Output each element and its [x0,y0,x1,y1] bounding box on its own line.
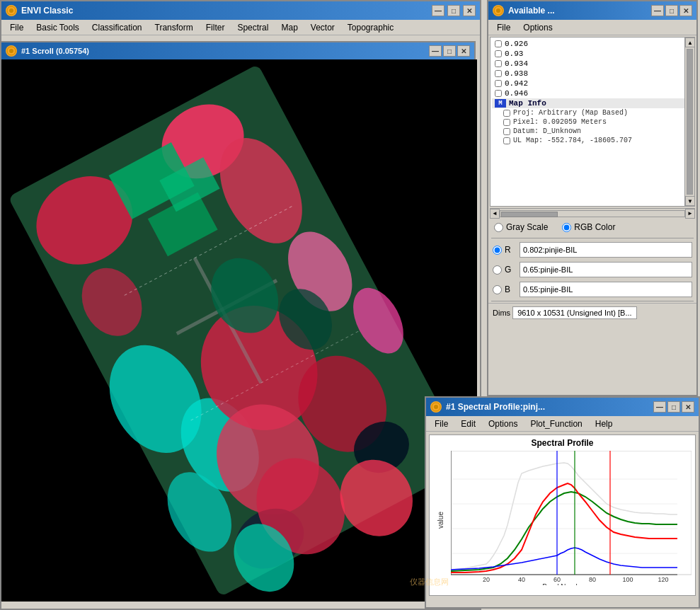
band-label-093: 0.93 [505,50,523,58]
scroll-close-btn[interactable]: ✕ [457,45,470,57]
scroll-down-arrow[interactable]: ▼ [685,196,695,206]
avail-menu-options[interactable]: Options [517,21,558,34]
spec-menu-file[interactable]: File [429,418,454,430]
map-info-datum-text: Datum: D_Unknown [513,127,581,135]
bands-list-container[interactable]: 0.926 0.93 0.934 0.938 0.942 0.946 [490,37,695,207]
rgb-color-radio[interactable] [562,223,571,232]
g-channel-radio[interactable] [493,265,502,275]
b-label-text: B [505,284,510,294]
map-info-pixel[interactable]: Pixel: 0.092059 Meters [492,117,693,127]
band-label-0942: 0.942 [505,79,528,88]
band-item-0946[interactable]: 0.946 [492,88,693,98]
dims-value: 9610 x 10531 (Unsigned Int) [B... [512,306,636,319]
rgb-color-radio-group[interactable]: RGB Color [562,222,615,232]
gray-scale-radio-group[interactable]: Gray Scale [494,222,548,232]
map-info-datum-check[interactable] [503,128,510,135]
band-item-0938[interactable]: 0.938 [492,69,693,79]
rgb-color-label[interactable]: RGB Color [574,222,615,232]
scroll-maximize-btn[interactable]: □ [443,45,456,57]
avail-menu-bar: File Options [488,20,696,35]
menu-spectral[interactable]: Spectral [231,21,274,34]
scroll-right-arrow[interactable]: ► [685,209,695,219]
menu-classification[interactable]: Classification [86,21,148,34]
spec-menu-options[interactable]: Options [483,418,523,430]
spectral-chart: Spectral Profile value 2000 4000 6000 20… [429,435,696,596]
scroll-win-controls: — □ ✕ [429,45,470,57]
scroll-minimize-btn[interactable]: — [429,45,442,57]
map-info-header[interactable]: M Map Info [492,98,693,108]
menu-vector[interactable]: Vector [305,21,340,34]
g-channel-input[interactable] [520,262,692,277]
band-item-0926[interactable]: 0.926 [492,39,693,49]
scroll-left-arrow[interactable]: ◄ [490,209,500,219]
svg-point-33 [496,8,500,13]
avail-title-bar: Available ... — □ ✕ [488,1,696,20]
band-item-0942[interactable]: 0.942 [492,79,693,88]
map-info-pixel-check[interactable] [503,119,510,126]
dims-label: Dims [493,309,510,317]
scroll-up-arrow[interactable]: ▲ [685,38,695,47]
svg-text:Band Number: Band Number [542,583,586,585]
r-channel-radio[interactable] [493,246,502,255]
envi-app-icon [6,5,17,16]
menu-file[interactable]: File [4,21,29,34]
spec-menu-edit[interactable]: Edit [455,418,481,430]
menu-basic-tools[interactable]: Basic Tools [30,21,84,34]
band-item-0934[interactable]: 0.934 [492,59,693,69]
main-title-bar: ENVI Classic — □ ✕ [1,1,480,20]
svg-text:120: 120 [658,576,668,583]
avail-menu-file[interactable]: File [491,21,516,34]
r-channel-input[interactable] [520,242,692,258]
menu-transform[interactable]: Transform [149,21,199,34]
map-info-ulmap-check[interactable] [503,137,510,144]
b-channel-radio[interactable] [493,285,502,294]
band-check-0926[interactable] [495,40,502,47]
map-info-proj[interactable]: Proj: Arbitrary (Map Based) [492,108,693,117]
dims-row: Dims 9610 x 10531 (Unsigned Int) [B... [488,303,696,322]
spec-maximize-btn[interactable]: □ [667,401,680,413]
gray-scale-radio[interactable] [494,223,503,232]
main-maximize-btn[interactable]: □ [447,5,460,16]
scroll-title-text: #1 Scroll (0.05754) [21,47,89,55]
y-axis-label: value [437,512,444,529]
separator-2 [491,301,694,301]
spec-menu-plot-function[interactable]: Plot_Function [524,418,587,430]
bands-scrollbar-h[interactable]: ◄ ► [490,208,695,218]
spec-win-controls: — □ ✕ [653,401,694,413]
svg-point-3 [9,49,13,53]
menu-topographic[interactable]: Topographic [342,21,399,34]
map-info-proj-check[interactable] [503,110,510,117]
main-minimize-btn[interactable]: — [432,5,444,16]
b-channel-row: B [488,280,696,299]
band-check-0942[interactable] [495,80,502,87]
chart-title: Spectral Profile [430,435,695,449]
band-check-0934[interactable] [495,60,502,67]
scroll-track-h[interactable] [500,210,685,217]
separator-1 [491,238,694,238]
map-info-pixel-text: Pixel: 0.092059 Meters [513,118,607,126]
band-check-0946[interactable] [495,90,502,97]
avail-maximize-btn[interactable]: □ [665,5,678,16]
g-label-text: G [505,265,511,275]
map-info-datum[interactable]: Datum: D_Unknown [492,127,693,136]
avail-minimize-btn[interactable]: — [651,5,664,16]
menu-filter[interactable]: Filter [200,21,231,34]
band-check-093[interactable] [495,50,502,57]
b-channel-label: B [493,284,514,294]
scroll-title-bar: #1 Scroll (0.05754) — □ ✕ [1,42,474,59]
band-check-0938[interactable] [495,70,502,77]
satellite-image-area[interactable]: 仪器信息网 [1,59,477,602]
band-item-093[interactable]: 0.93 [492,49,693,59]
spec-close-btn[interactable]: ✕ [682,401,694,413]
bands-scrollbar-v[interactable]: ▲ ▼ [684,38,694,206]
scroll-thumb-h[interactable] [501,212,558,217]
map-info-ulmap[interactable]: UL Map: -552.784, -18605.707 [492,136,693,145]
spec-minimize-btn[interactable]: — [653,401,666,413]
menu-map[interactable]: Map [275,21,303,34]
spec-menu-help[interactable]: Help [590,418,619,430]
gray-scale-label[interactable]: Gray Scale [506,222,548,232]
b-channel-input[interactable] [520,282,692,297]
avail-close-btn[interactable]: ✕ [679,5,692,16]
scroll-thumb-v[interactable] [687,49,693,195]
main-close-btn[interactable]: ✕ [463,5,476,16]
